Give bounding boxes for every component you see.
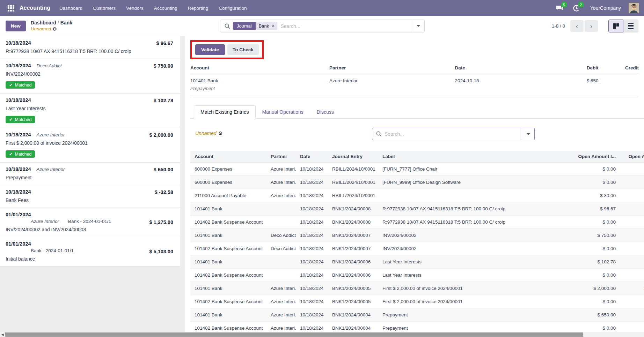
check-icon: ✔: [9, 82, 13, 88]
panel-splitter: [180, 36, 185, 332]
top-navbar: Accounting Dashboard Customers Vendors A…: [0, 0, 644, 16]
menu-reporting[interactable]: Reporting: [188, 6, 208, 11]
match-table-row[interactable]: 101402 Bank Suspense Account 10/18/2024 …: [190, 216, 644, 229]
tab-match-existing-entries[interactable]: Match Existing Entries: [194, 105, 256, 119]
statement-date: 10/18/2024: [6, 40, 31, 46]
search-bar: Journal Bank ✕: [220, 20, 425, 32]
statement-line-card[interactable]: 01/01/2024 Bank - 2024-01-01/1 $ 5,103.0…: [0, 237, 180, 267]
statement-line-card[interactable]: 10/18/2024 $ 102.78 Last Year Interests …: [0, 93, 180, 128]
match-open-amount-currency: $ 30.00: [620, 189, 644, 202]
pager-next-button[interactable]: ›: [585, 20, 598, 32]
match-table-row[interactable]: 101401 Bank 10/18/2024 BNK1/2024/00006 L…: [190, 255, 644, 269]
statement-label: Prepayment: [6, 175, 152, 180]
facet-remove-icon[interactable]: ✕: [271, 24, 275, 28]
horizontal-scrollbar[interactable]: ◀: [0, 332, 644, 337]
new-button[interactable]: New: [6, 21, 26, 31]
statement-line-card[interactable]: 10/18/2024 Deco Addict $ 750.00 INV/2024…: [0, 59, 180, 93]
match-search-dropdown-toggle[interactable]: [522, 128, 534, 140]
statement-line-card[interactable]: 10/18/2024 $ 96.67 R:9772938 10/07 AX 94…: [0, 36, 180, 59]
match-col-journal-entry[interactable]: Journal Entry: [328, 151, 378, 163]
apps-menu-button[interactable]: [5, 2, 17, 14]
match-col-date[interactable]: Date: [296, 151, 328, 163]
statement-line-card[interactable]: 01/01/2024 Azure Interior Bank - 2024-01…: [0, 208, 180, 237]
breadcrumb-dashboard[interactable]: Dashboard: [31, 20, 56, 25]
statement-partner: Azure Interior: [31, 219, 59, 224]
match-open-amount-currency: $ 0.00: [620, 176, 644, 189]
match-open-amount-currency: $ 750.00: [620, 229, 644, 242]
menu-dashboard[interactable]: Dashboard: [59, 6, 82, 11]
search-input[interactable]: [281, 23, 412, 29]
match-table-row[interactable]: 101401 Bank Deco Addict 10/18/2024 BNK1/…: [190, 229, 644, 242]
match-table-row[interactable]: 101402 Bank Suspense Account Azure Inter…: [190, 322, 644, 332]
statement-line-card[interactable]: 10/18/2024 Azure Interior $ 650.00 Prepa…: [0, 163, 180, 185]
statement-line-card[interactable]: 10/18/2024 Azure Interior $ 2,000.00 Fir…: [0, 128, 180, 163]
menu-customers[interactable]: Customers: [93, 6, 116, 11]
match-table-row[interactable]: 600000 Expenses Azure Interi... 10/18/20…: [190, 163, 644, 176]
search-dropdown-toggle[interactable]: [412, 20, 424, 32]
match-journal-entry: BNK1/2024/00007: [328, 229, 378, 242]
gear-icon[interactable]: ⚙: [52, 26, 57, 32]
match-journal-entry: RBILL/2024/10/0001: [328, 176, 378, 189]
match-account: 101402 Bank Suspense Account: [190, 242, 266, 255]
match-col-account[interactable]: Account: [190, 151, 266, 163]
pager-previous-button[interactable]: ‹: [570, 20, 584, 32]
messages-button[interactable]: 5: [555, 4, 564, 12]
match-table-row[interactable]: 101401 Bank Azure Interi... 10/18/2024 B…: [190, 308, 644, 322]
match-table-row[interactable]: 101401 Bank Azure Interi... 10/18/2024 B…: [190, 282, 644, 295]
search-icon: [225, 23, 230, 29]
match-partner: Azure Interi...: [266, 163, 296, 176]
main-content: 10/18/2024 $ 96.67 R:9772938 10/07 AX 94…: [0, 36, 644, 332]
kanban-view-button[interactable]: [608, 20, 623, 32]
breadcrumb-bank[interactable]: Bank: [60, 20, 72, 25]
match-date: 10/18/2024: [296, 202, 328, 216]
match-date: 10/18/2024: [296, 176, 328, 189]
entry-row[interactable]: 101401 Bank Prepayment Azure Interior 20…: [190, 74, 639, 96]
statement-date: 10/18/2024: [6, 63, 31, 68]
kanban-view-icon: [613, 23, 619, 29]
scrollbar-left-arrow-icon[interactable]: ◀: [0, 332, 5, 337]
match-open-amount: $ 750.00: [570, 229, 620, 242]
match-table-row[interactable]: 101402 Bank Suspense Account 10/18/2024 …: [190, 269, 644, 282]
statement-line-card[interactable]: 10/18/2024 $ -32.58 Bank Fees: [0, 185, 180, 208]
match-search-input[interactable]: [385, 131, 522, 137]
company-name[interactable]: YourCompany: [590, 5, 621, 11]
match-open-amount: $ 102.78: [570, 255, 620, 269]
match-open-amount-currency: $ 0.00: [620, 269, 644, 282]
scrollbar-thumb[interactable]: [5, 332, 583, 337]
match-journal-entry: BNK1/2024/00006: [328, 255, 378, 269]
match-table-row[interactable]: 101402 Bank Suspense Account Deco Addict…: [190, 242, 644, 255]
entry-col-partner: Partner: [329, 62, 455, 74]
match-label: First $ 2,000.00 of invoice 2024/00001: [378, 282, 570, 295]
to-check-button[interactable]: To Check: [227, 44, 259, 55]
activities-button[interactable]: 2: [572, 4, 581, 12]
match-partner: Azure Interi...: [266, 308, 296, 322]
match-label: Last Year Interests: [378, 255, 570, 269]
match-label: [378, 189, 570, 202]
list-view-button[interactable]: [623, 20, 638, 32]
menu-configuration[interactable]: Configuration: [219, 6, 247, 11]
validate-button[interactable]: Validate: [195, 44, 225, 55]
app-title[interactable]: Accounting: [20, 5, 50, 11]
match-label: Last Year Interests: [378, 269, 570, 282]
match-label: Prepayment: [378, 322, 570, 332]
tab-discuss[interactable]: Discuss: [310, 105, 341, 118]
match-col-partner[interactable]: Partner: [266, 151, 296, 163]
match-table-row[interactable]: 101402 Bank Suspense Account Azure Inter…: [190, 295, 644, 308]
user-avatar[interactable]: [629, 3, 639, 13]
match-table-row[interactable]: 211000 Account Payable Azure Interi... 1…: [190, 189, 644, 202]
tab-manual-operations[interactable]: Manual Operations: [256, 105, 310, 118]
match-partner: [266, 269, 296, 282]
menu-accounting[interactable]: Accounting: [154, 6, 177, 11]
view-switcher: [608, 20, 638, 32]
match-table-row[interactable]: 600000 Expenses Azure Interi... 10/18/20…: [190, 176, 644, 189]
match-date: 10/18/2024: [296, 242, 328, 255]
match-col-open-amount-currency[interactable]: Open Amount I...: [620, 151, 644, 163]
match-partner: Azure Interi...: [266, 322, 296, 332]
menu-vendors[interactable]: Vendors: [126, 6, 144, 11]
match-table-row[interactable]: 101401 Bank 10/18/2024 BNK1/2024/00008 R…: [190, 202, 644, 216]
match-open-amount: $ 96.67: [570, 202, 620, 216]
match-col-label[interactable]: Label: [378, 151, 570, 163]
match-col-open-amount[interactable]: Open Amount I...: [570, 151, 620, 163]
statement-label: Initial balance: [6, 256, 152, 262]
gear-icon[interactable]: ⚙: [218, 130, 223, 136]
